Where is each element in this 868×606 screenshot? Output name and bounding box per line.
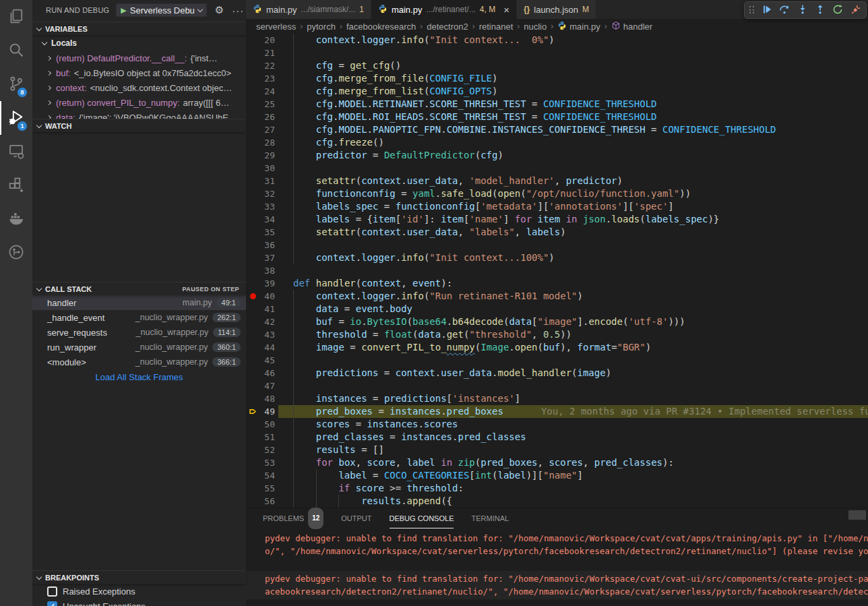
code-line-24[interactable]: 24 cfg.merge_from_list(CONFIG_OPTS) (246, 85, 868, 98)
gutter-margin[interactable] (246, 98, 259, 111)
gutter-margin[interactable] (246, 251, 259, 264)
toolbar-drag-handle-icon[interactable] (749, 6, 755, 14)
gutter-margin[interactable] (246, 175, 259, 187)
gutter-margin[interactable] (246, 47, 259, 59)
gutter-margin[interactable] (246, 85, 259, 98)
gutter-margin[interactable] (246, 315, 259, 328)
code-line-37[interactable]: 37 context.logger.info("Init context...1… (246, 251, 868, 264)
gutter-margin[interactable] (246, 469, 259, 482)
activity-bar-item-extensions[interactable] (0, 169, 32, 202)
code-line-38[interactable]: 38 (246, 264, 868, 277)
debug-console-output[interactable]: pydev debugger: unable to find translati… (246, 528, 868, 599)
code-line-40[interactable]: 40 context.logger.info("Run retinanet-R1… (246, 290, 868, 303)
gutter-margin[interactable] (246, 111, 259, 123)
breadcrumb-item[interactable]: handler (611, 21, 652, 32)
code-line-44[interactable]: 44 image = convert_PIL_to_numpy(Image.op… (246, 341, 868, 354)
gutter-margin[interactable] (246, 187, 259, 200)
panel-scrollbar[interactable] (848, 510, 866, 520)
code-line-31[interactable]: 31 setattr(context.user_data, 'model_han… (246, 175, 868, 187)
stack-frame-row[interactable]: run_wrapper_nuclio_wrapper.py360:1 (32, 340, 246, 355)
gutter-margin[interactable] (246, 59, 259, 72)
activity-bar-item-resource-monitor[interactable] (0, 236, 32, 270)
gutter-margin[interactable] (246, 123, 259, 136)
checkbox-checked-icon[interactable]: ✓ (47, 601, 57, 606)
editor-tab-main-py[interactable]: main.py.../siammask/...1 (246, 0, 371, 19)
breakpoint-row[interactable]: Raised Exceptions (32, 584, 246, 599)
console-message-block[interactable]: pydev debugger: unable to find translati… (246, 532, 868, 559)
code-line-51[interactable]: 51 pred_classes = instances.pred_classes (246, 431, 868, 444)
breadcrumb-item[interactable]: nuclio (524, 22, 547, 32)
gutter-margin[interactable] (246, 277, 259, 290)
activity-bar-item-run-and-debug[interactable]: 1 (0, 101, 32, 135)
panel-tab-terminal[interactable]: TERMINAL (471, 508, 509, 528)
breadcrumb-item[interactable]: main.py (557, 21, 600, 32)
breadcrumb-item[interactable]: detectron2 (427, 22, 468, 32)
breakpoints-section-header[interactable]: BREAKPOINTS (32, 570, 246, 584)
launch-config-dropdown[interactable]: ▶ Serverless Debu (116, 3, 207, 17)
current-step-icon[interactable] (246, 405, 259, 418)
code-line-56[interactable]: 56 results.append({ (246, 495, 868, 508)
code-line-26[interactable]: 26 cfg.MODEL.ROI_HEADS.SCORE_THRESH_TEST… (246, 111, 868, 123)
gutter-margin[interactable] (246, 149, 259, 162)
editor-tab-main-py[interactable]: main.py.../retinanet/...4, M× (371, 0, 517, 19)
code-line-42[interactable]: 42 buf = io.BytesIO(base64.b64decode(dat… (246, 315, 868, 328)
panel-tab-debug-console[interactable]: DEBUG CONSOLE (390, 508, 454, 528)
code-line-27[interactable]: 27 cfg.MODEL.PANOPTIC_FPN.COMBINE.INSTAN… (246, 123, 868, 136)
gutter-margin[interactable] (246, 392, 259, 405)
code-line-53[interactable]: 53 for box, score, label in zip(pred_box… (246, 456, 868, 469)
code-line-47[interactable]: 47 (246, 380, 868, 392)
console-message-block[interactable]: pydev debugger: unable to find translati… (246, 571, 868, 599)
step-over-button[interactable] (777, 2, 792, 18)
gutter-margin[interactable] (246, 328, 259, 341)
activity-bar-item-explorer[interactable] (0, 0, 32, 34)
continue-button[interactable] (760, 2, 774, 18)
code-line-23[interactable]: 23 cfg.merge_from_file(CONFIG_FILE) (246, 72, 868, 85)
stack-frame-row[interactable]: <module>_nuclio_wrapper.py366:1 (32, 355, 246, 369)
variables-section-header[interactable]: VARIABLES (32, 22, 246, 35)
gutter-margin[interactable] (246, 444, 259, 456)
activity-bar-item-source-control[interactable]: 8 (0, 67, 32, 101)
code-line-32[interactable]: 32 functionconfig = yaml.safe_load(open(… (246, 187, 868, 200)
breadcrumb-item[interactable]: facebookresearch (346, 22, 416, 32)
breadcrumb-item[interactable]: retinanet (479, 22, 514, 32)
gutter-margin[interactable] (246, 239, 259, 251)
stack-frame-row[interactable]: _handle_event_nuclio_wrapper.py262:1 (32, 310, 246, 325)
breadcrumb-item[interactable]: pytorch (307, 22, 336, 32)
gutter-margin[interactable] (246, 303, 259, 315)
code-line-30[interactable]: 30 (246, 162, 868, 175)
gutter-margin[interactable] (246, 456, 259, 469)
tab-close-icon[interactable]: × (503, 5, 509, 15)
restart-button[interactable] (830, 2, 845, 18)
panel-tab-problems[interactable]: PROBLEMS12 (263, 508, 323, 528)
code-line-35[interactable]: 35 setattr(context.user_data, "labels", … (246, 226, 868, 239)
activity-bar-item-search[interactable] (0, 34, 32, 67)
gutter-margin[interactable] (246, 354, 259, 367)
variable-row[interactable]: (return) convert_PIL_to_numpy:array([[[ … (32, 95, 246, 110)
code-line-34[interactable]: 34 labels = {item['id']: item['name'] fo… (246, 213, 868, 226)
step-out-button[interactable] (813, 2, 828, 18)
variable-row[interactable]: (return) DefaultPredictor.__call__:{'ins… (32, 51, 246, 65)
gutter-margin[interactable] (246, 380, 259, 392)
code-line-21[interactable]: 21 (246, 47, 868, 59)
more-actions-icon[interactable]: ··· (232, 5, 244, 16)
breadcrumb[interactable]: serverless›pytorch›facebookresearch›dete… (246, 19, 868, 34)
disconnect-button[interactable] (848, 2, 863, 18)
code-line-22[interactable]: 22 cfg = get_cfg() (246, 59, 868, 72)
editor-tab-launch-json[interactable]: {}launch.jsonM (517, 0, 596, 19)
code-line-41[interactable]: 41 data = event.body (246, 303, 868, 315)
breakpoint-icon[interactable] (246, 290, 259, 303)
code-line-43[interactable]: 43 threshold = float(data.get("threshold… (246, 328, 868, 341)
load-all-stack-frames-link[interactable]: Load All Stack Frames (32, 369, 246, 384)
code-line-29[interactable]: 29 predictor = DefaultPredictor(cfg) (246, 149, 868, 162)
code-line-48[interactable]: 48 instances = predictions['instances'] (246, 392, 868, 405)
code-line-55[interactable]: 55 if score >= threshold: (246, 482, 868, 495)
variable-row[interactable]: context:<nuclio_sdk.context.Context obje… (32, 80, 246, 95)
gutter-margin[interactable] (246, 367, 259, 380)
gutter-margin[interactable] (246, 341, 259, 354)
code-line-28[interactable]: 28 cfg.freeze() (246, 136, 868, 149)
gutter-margin[interactable] (246, 226, 259, 239)
gutter-margin[interactable] (246, 431, 259, 444)
variable-row[interactable]: data:{'image': 'iVBORw0KGgoAAAANSUhE… (32, 110, 246, 119)
gutter-margin[interactable] (246, 264, 259, 277)
gutter-margin[interactable] (246, 418, 259, 431)
